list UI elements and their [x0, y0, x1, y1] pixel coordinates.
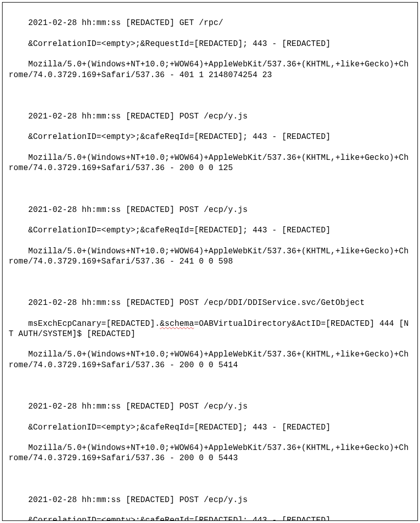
log-entry: 2021-02-28 hh:mm:ss [REDACTED] POST /ecp… [9, 484, 411, 521]
log-container: 2021-02-28 hh:mm:ss [REDACTED] GET /rpc/… [2, 2, 418, 521]
log-entry: 2021-02-28 hh:mm:ss [REDACTED] GET /rpc/… [9, 8, 411, 90]
log-line: Mozilla/5.0+(Windows+NT+10.0;+WOW64)+App… [9, 443, 409, 463]
log-line: Mozilla/5.0+(Windows+NT+10.0;+WOW64)+App… [9, 350, 409, 369]
log-line: 2021-02-28 hh:mm:ss [REDACTED] POST /ecp… [28, 205, 248, 215]
log-line: &CorrelationID=<empty>;&cafeReqId=[REDAC… [28, 132, 331, 141]
log-line: &CorrelationID=<empty>;&cafeReqId=[REDAC… [28, 226, 331, 235]
schema-highlight: &schema [160, 319, 194, 328]
log-line: Mozilla/5.0+(Windows+NT+10.0;+WOW64)+App… [9, 247, 409, 266]
log-line: &CorrelationID=<empty>;&RequestId=[REDAC… [28, 39, 331, 49]
log-line: &CorrelationID=<empty>;&cafeReqId=[REDAC… [28, 516, 331, 521]
log-line: Mozilla/5.0+(Windows+NT+10.0;+WOW64)+App… [9, 60, 409, 79]
log-line: 2021-02-28 hh:mm:ss [REDACTED] GET /rpc/ [28, 18, 223, 28]
log-line-pre: msExchEcpCanary=[REDACTED]. [28, 319, 160, 328]
log-entry: 2021-02-28 hh:mm:ss [REDACTED] POST /ecp… [9, 194, 411, 277]
log-line: Mozilla/5.0+(Windows+NT+10.0;+WOW64)+App… [9, 153, 409, 173]
log-line: &CorrelationID=<empty>;&cafeReqId=[REDAC… [28, 423, 331, 432]
log-line: 2021-02-28 hh:mm:ss [REDACTED] POST /ecp… [28, 298, 365, 307]
log-entry: 2021-02-28 hh:mm:ss [REDACTED] POST /ecp… [9, 288, 411, 381]
log-entry: 2021-02-28 hh:mm:ss [REDACTED] POST /ecp… [9, 391, 411, 474]
log-line: 2021-02-28 hh:mm:ss [REDACTED] POST /ecp… [28, 112, 248, 121]
log-line: 2021-02-28 hh:mm:ss [REDACTED] POST /ecp… [28, 402, 248, 411]
log-entry: 2021-02-28 hh:mm:ss [REDACTED] POST /ecp… [9, 101, 411, 184]
log-line: 2021-02-28 hh:mm:ss [REDACTED] POST /ecp… [28, 495, 248, 505]
